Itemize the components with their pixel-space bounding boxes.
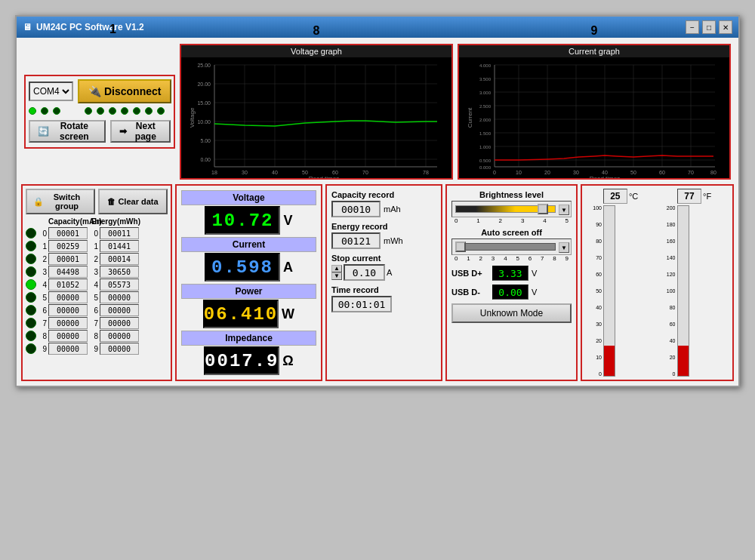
svg-text:20: 20 [544,170,550,175]
celsius-unit: °C [629,192,638,201]
capacity-input-0[interactable] [48,227,88,239]
rotate-icon: 🔄 [38,126,49,137]
top-left-panel: COM4 🔌 Disconnect [24,75,175,149]
energy-input-6[interactable] [100,304,139,316]
com-port-select[interactable]: COM4 [29,82,73,101]
svg-text:2.000: 2.000 [479,118,492,122]
status-dot-5 [97,107,104,115]
energy-record-input[interactable] [331,232,381,249]
capacity-input-1[interactable] [48,240,88,252]
brightness-label: Brightness level [451,190,572,199]
energy-input-9[interactable] [100,343,139,355]
celsius-scale: 100 90 80 70 60 50 40 30 20 10 0 [585,205,602,377]
autooff-dropdown-btn[interactable]: ▼ [559,242,569,253]
time-record-block: Time record [331,285,436,312]
data-row-0: 0 0 [26,227,168,239]
svg-text:Current: Current [467,107,473,128]
capacity-input-2[interactable] [48,253,88,265]
status-dot-8 [133,107,140,115]
capacity-input-8[interactable] [48,330,88,342]
energy-input-7[interactable] [100,317,139,329]
svg-text:Voltage: Voltage [189,107,196,128]
capacity-input-3[interactable] [48,266,88,278]
status-dot-3 [53,107,60,115]
maximize-button[interactable]: □ [702,20,716,34]
energy-input-0[interactable] [100,227,139,239]
stop-current-up[interactable]: ▲ [331,265,342,272]
power-block: Power 06.410 W [181,284,316,328]
autooff-ticks: 0123456789 [451,255,572,262]
brightness-ticks: 012345 [451,217,572,224]
titlebar-left: 🖥 UM24C PC Software V1.2 [23,22,144,32]
capacity-record-input[interactable] [331,201,381,217]
minimize-button[interactable]: − [686,20,699,34]
capacity-input-5[interactable] [48,291,88,303]
switch-clear-row: 🔒 Switch group 🗑 Clear data [26,189,168,214]
autooff-label: Auto screen off [451,228,572,237]
disconnect-icon: 🔌 [88,85,101,97]
clear-data-button[interactable]: 🗑 Clear data [98,189,168,214]
autooff-section: Auto screen off ▼ 0123456789 [451,228,572,262]
svg-text:18: 18 [211,170,217,175]
current-graph-panel: 9 Current graph [458,44,731,180]
stop-current-unit: A [387,268,392,277]
energy-input-4[interactable] [100,278,139,291]
svg-text:30: 30 [573,170,579,175]
energy-input-1[interactable] [100,240,139,252]
svg-text:4.000: 4.000 [479,63,492,68]
svg-text:3.000: 3.000 [479,91,492,95]
spin-buttons: ▲ ▼ [331,265,342,280]
switch-group-button[interactable]: 🔒 Switch group [26,189,95,214]
rotate-screen-button[interactable]: 🔄 Rotate screen [29,120,106,143]
capacity-input-6[interactable] [48,304,88,316]
svg-text:3.500: 3.500 [479,77,492,82]
next-page-button[interactable]: ➡ Next page [110,120,171,143]
svg-text:0.500: 0.500 [479,158,492,163]
capacity-input-9[interactable] [48,343,88,355]
unknown-mode-button[interactable]: Unknown Mode [451,303,572,323]
impedance-value-row: 0017.9 Ω [204,346,293,375]
energy-record-label: Energy record [331,222,436,231]
data-header: Capacity(mAh) Energy(mWh) [26,217,168,226]
row-indicator-7 [26,318,36,328]
data-row-5: 5 5 [26,291,168,303]
usb-dplus-label: USB D+ [451,269,489,278]
impedance-unit: Ω [282,353,293,369]
brightness-handle[interactable] [538,204,548,214]
svg-text:0.00: 0.00 [200,157,211,162]
top-controls: 1 COM4 🔌 Disconnect [21,42,734,181]
energy-input-3[interactable] [100,266,139,278]
next-label: Next page [130,121,162,142]
fahrenheit-fill [678,346,689,377]
current-graph-svg: 4.000 3.500 3.000 2.500 2.000 1.500 1.00… [459,57,729,178]
energy-input-5[interactable] [100,291,139,303]
stop-current-down[interactable]: ▼ [331,272,342,280]
close-button[interactable]: ✕ [719,20,732,34]
voltage-unit: V [283,213,292,229]
celsius-block: 25 °C [603,189,638,204]
capacity-header: Capacity(mAh) [48,217,90,226]
energy-input-2[interactable] [100,253,139,265]
row-indicator-2 [26,254,36,264]
energy-input-8[interactable] [100,330,139,342]
impedance-display: 0017.9 [204,346,279,375]
capacity-input-4[interactable] [48,278,88,291]
fahrenheit-unit: °F [703,192,711,201]
autooff-handle[interactable] [455,242,466,252]
time-record-input[interactable] [331,296,392,312]
switch-label: Switch group [46,192,88,211]
energy-header: Energy(mWh) [91,217,133,226]
svg-text:20.00: 20.00 [197,82,211,87]
voltage-label: Voltage [181,190,316,205]
row-indicator-8 [26,331,36,341]
disconnect-button[interactable]: 🔌 Disconnect [78,79,171,103]
capacity-input-7[interactable] [48,317,88,329]
data-row-3: 3 3 [26,266,168,278]
titlebar: 🖥 UM24C PC Software V1.2 − □ ✕ [17,17,738,38]
stop-current-input[interactable] [344,264,385,281]
current-display: 0.598 [205,253,280,282]
usb-dplus-row: USB D+ 3.33 V [451,266,572,281]
temperature-panel: 25 °C 77 °F 100 90 80 [581,184,734,381]
brightness-dropdown-btn[interactable]: ▼ [559,205,569,215]
section-label-9: 9 [591,24,598,38]
